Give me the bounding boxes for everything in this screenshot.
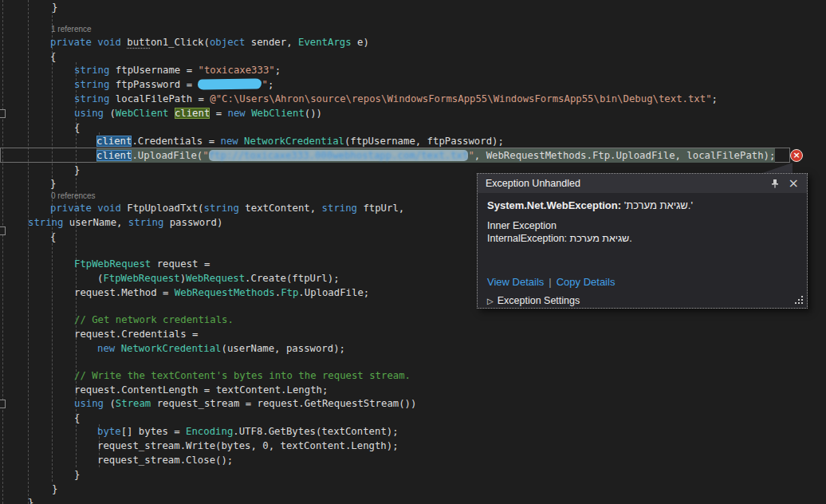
- code-line[interactable]: 1 reference: [51, 24, 92, 34]
- popup-title: Exception Unhandled: [486, 178, 580, 189]
- exception-message: System.Net.WebException: 'שגיאת מערכת.': [487, 199, 693, 211]
- close-icon[interactable]: ×: [789, 175, 799, 191]
- popup-title-bar: Exception Unhandled ×: [478, 174, 807, 193]
- code-line[interactable]: client.Credentials = new NetworkCredenti…: [96, 134, 504, 148]
- redacted-password: [198, 79, 262, 90]
- code-line[interactable]: request_stream.Close();: [97, 453, 233, 467]
- code-line[interactable]: 0 references: [51, 191, 96, 201]
- inner-exception-heading: Inner Exception: [487, 220, 557, 231]
- code-line[interactable]: }: [74, 467, 80, 482]
- redacted-ftp-url: ftp://toxicaxe333.000webhostapp.com/text…: [209, 150, 469, 161]
- indent-guide: [52, 11, 53, 482]
- exception-text: 'שגיאת מערכת.': [621, 199, 693, 211]
- exception-settings-expander[interactable]: ▷Exception Settings: [487, 295, 580, 306]
- code-line[interactable]: request.Credentials =: [74, 327, 198, 341]
- code-line[interactable]: {: [50, 49, 56, 64]
- error-icon[interactable]: ×: [790, 149, 803, 162]
- indent-guide: [2, 0, 3, 504]
- exception-settings-label: Exception Settings: [498, 295, 580, 306]
- code-fold-toggle[interactable]: [0, 400, 6, 408]
- code-line[interactable]: string ftpPassword = ";: [74, 77, 273, 92]
- code-line[interactable]: // Get network credentials.: [74, 313, 234, 327]
- code-line[interactable]: }: [50, 176, 56, 191]
- view-details-link[interactable]: View Details: [487, 276, 544, 288]
- code-line[interactable]: }: [52, 0, 57, 14]
- popup-callout-wedge: [762, 163, 793, 173]
- exception-type: System.Net.WebException:: [487, 199, 621, 211]
- code-line[interactable]: }: [52, 482, 57, 496]
- chevron-right-icon: ▷: [487, 297, 494, 305]
- code-line[interactable]: FtpWebRequest request =: [74, 257, 210, 271]
- code-line[interactable]: string localFilePath = @"C:\Users\Ahron\…: [74, 92, 718, 106]
- link-separator: |: [544, 276, 556, 288]
- code-line[interactable]: using (Stream request_stream = request.G…: [74, 396, 416, 411]
- pin-icon[interactable]: [770, 179, 780, 189]
- code-line[interactable]: using (WebClient client = new WebClient(…: [74, 106, 322, 120]
- code-line[interactable]: client.UploadFile("ftp://toxicaxe333.000…: [96, 148, 775, 163]
- copy-details-link[interactable]: Copy Details: [557, 276, 616, 288]
- exception-helper-popup: Exception Unhandled × System.Net.WebExce…: [477, 173, 808, 309]
- indent-guide: [28, 0, 29, 504]
- code-line[interactable]: {: [74, 411, 80, 425]
- code-line[interactable]: string userName, string password): [28, 215, 222, 230]
- popup-links: View Details|Copy Details: [487, 276, 615, 288]
- code-fold-toggle[interactable]: [0, 109, 6, 118]
- code-line[interactable]: private void button1_Click(object sender…: [50, 35, 369, 49]
- code-fold-toggle[interactable]: [0, 226, 6, 235]
- code-line[interactable]: }: [28, 495, 33, 504]
- code-line[interactable]: request.ContentLength = textContent.Leng…: [74, 383, 328, 397]
- code-line[interactable]: request.Method = WebRequestMethods.Ftp.U…: [74, 285, 369, 300]
- code-line[interactable]: // Write the textContent's bytes into th…: [74, 368, 411, 383]
- visual-studio-editor: }1 referenceprivate void button1_Click(o…: [0, 0, 826, 504]
- inner-exception-detail: InternalException: שגיאת מערכת.: [487, 233, 632, 244]
- code-line[interactable]: request_stream.Write(bytes, 0, textConte…: [97, 439, 399, 453]
- resize-grip[interactable]: [795, 296, 796, 297]
- code-line[interactable]: {: [74, 120, 80, 135]
- code-line[interactable]: {: [50, 230, 56, 244]
- code-line[interactable]: byte[] bytes = Encoding.UTF8.GetBytes(te…: [97, 424, 399, 439]
- code-line[interactable]: private void FtpUploadTxt(string textCon…: [50, 201, 404, 215]
- code-line[interactable]: (FtpWebRequest)WebRequest.Create(ftpUrl)…: [97, 271, 340, 285]
- code-line[interactable]: string ftpUsername = "toxicaxe333";: [74, 63, 281, 77]
- code-line[interactable]: }: [74, 163, 80, 177]
- code-line[interactable]: new NetworkCredential(userName, password…: [97, 341, 345, 356]
